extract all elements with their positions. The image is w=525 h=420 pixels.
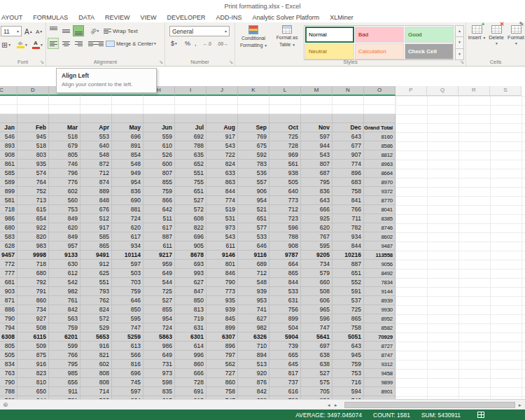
cell[interactable]: [238, 96, 270, 105]
cell[interactable]: [0, 105, 18, 114]
cell[interactable]: 773: [270, 196, 301, 205]
cell[interactable]: 598: [144, 378, 175, 387]
cell[interactable]: 9487: [364, 241, 396, 251]
ribbon-tab-ayout[interactable]: AYOUT: [1, 14, 22, 21]
cell[interactable]: 9217: [144, 251, 175, 260]
cell[interactable]: 645: [270, 360, 301, 369]
cell[interactable]: 903: [0, 287, 18, 296]
cell[interactable]: 687: [301, 169, 332, 178]
gallery-down-icon[interactable]: ▼: [455, 37, 464, 48]
cell[interactable]: 602: [80, 360, 112, 369]
cell[interactable]: 875: [18, 351, 49, 360]
cell[interactable]: [238, 105, 270, 114]
cell[interactable]: [270, 105, 301, 114]
cell[interactable]: 9146: [206, 251, 238, 260]
cell[interactable]: 766: [332, 205, 364, 214]
ribbon-tab-review[interactable]: REVIEW: [105, 14, 130, 21]
decrease-font-size-button[interactable]: A▼: [36, 26, 43, 37]
ribbon-tab-xlminer[interactable]: XLMiner: [330, 14, 354, 21]
cell[interactable]: Feb: [18, 123, 49, 132]
cell[interactable]: 712: [270, 205, 301, 214]
cell[interactable]: [0, 114, 18, 123]
insert-cells-button[interactable]: + Insert ▾: [468, 25, 486, 41]
cell[interactable]: 574: [18, 169, 49, 178]
cell[interactable]: 8492: [364, 269, 396, 278]
orientation-button[interactable]: ab▾: [87, 25, 102, 36]
cell[interactable]: 7834: [364, 278, 396, 287]
cell[interactable]: 773: [206, 287, 238, 296]
cell[interactable]: 795: [301, 178, 332, 187]
cell[interactable]: 982: [238, 323, 270, 332]
cell[interactable]: [175, 114, 206, 123]
cell[interactable]: 643: [332, 342, 364, 351]
cell-style-bad[interactable]: Bad: [355, 27, 404, 43]
ribbon-tab-view[interactable]: VIEW: [141, 14, 157, 21]
cell[interactable]: Nov: [301, 123, 332, 132]
cell[interactable]: 6201: [49, 332, 80, 342]
cell[interactable]: 908: [0, 150, 18, 160]
cell[interactable]: 822: [175, 223, 206, 232]
cell[interactable]: [112, 114, 144, 123]
cell[interactable]: 548: [80, 150, 112, 160]
cell[interactable]: 774: [332, 160, 364, 169]
scroll-left-icon[interactable]: ◂: [328, 402, 330, 408]
cell[interactable]: 594: [332, 387, 364, 396]
cell[interactable]: 543: [206, 232, 238, 241]
cell[interactable]: 9899: [364, 378, 396, 387]
cell[interactable]: 620: [49, 223, 80, 232]
cell[interactable]: 850: [175, 296, 206, 305]
cell[interactable]: 820: [18, 232, 49, 241]
scroll-right-icon[interactable]: ▸: [519, 402, 522, 408]
cell[interactable]: 8952: [364, 314, 396, 323]
cell[interactable]: 616: [270, 387, 301, 396]
cell[interactable]: 860: [206, 378, 238, 387]
cell[interactable]: [144, 105, 175, 114]
cell[interactable]: 620: [112, 223, 144, 232]
cell-style-calculation[interactable]: Calculation: [355, 43, 404, 59]
cell[interactable]: 788: [0, 387, 18, 396]
cell[interactable]: 986: [144, 342, 175, 351]
comma-style-button[interactable]: ,: [195, 40, 197, 47]
cell[interactable]: 796: [49, 169, 80, 178]
cell[interactable]: 527: [301, 369, 332, 378]
cell[interactable]: 836: [301, 187, 332, 196]
cell[interactable]: Aug: [206, 123, 238, 132]
cell[interactable]: 953: [238, 296, 270, 305]
cell[interactable]: 527: [144, 296, 175, 305]
cell[interactable]: 944: [301, 141, 332, 150]
cell[interactable]: 905: [175, 241, 206, 251]
cell[interactable]: 585: [0, 169, 18, 178]
cell[interactable]: 8664: [364, 169, 396, 178]
cell[interactable]: 899: [206, 323, 238, 332]
cell[interactable]: 925: [301, 214, 332, 223]
cell[interactable]: 747: [301, 323, 332, 332]
cell[interactable]: 509: [18, 342, 49, 351]
cell[interactable]: 790: [0, 314, 18, 323]
cell[interactable]: [80, 96, 112, 105]
column-header-Q[interactable]: Q: [427, 86, 458, 96]
cell[interactable]: 821: [80, 351, 112, 360]
cell[interactable]: 920: [238, 369, 270, 378]
column-header-M[interactable]: M: [301, 86, 332, 96]
grid-view-icon[interactable]: [477, 412, 484, 418]
cell[interactable]: 583: [0, 232, 18, 241]
cell[interactable]: 724: [112, 214, 144, 223]
cell[interactable]: 774: [206, 196, 238, 205]
cell[interactable]: 680: [0, 223, 18, 232]
cell[interactable]: 756: [270, 305, 301, 314]
cell-style-normal[interactable]: Normal: [305, 27, 354, 43]
cell[interactable]: 9491: [80, 251, 112, 260]
cell[interactable]: 591: [332, 287, 364, 296]
number-dialog-launcher-icon[interactable]: ⇘: [229, 59, 233, 64]
cell[interactable]: 676: [80, 205, 112, 214]
cell[interactable]: 769: [238, 132, 270, 141]
cell[interactable]: Jul: [175, 123, 206, 132]
cell[interactable]: 823: [18, 369, 49, 378]
decrease-decimal-button[interactable]: .00→: [217, 41, 228, 46]
cell[interactable]: 606: [301, 296, 332, 305]
cell[interactable]: Apr: [80, 123, 112, 132]
cell[interactable]: 965: [301, 305, 332, 314]
cell[interactable]: 581: [0, 196, 18, 205]
ribbon-tab-developer[interactable]: DEVELOPER: [167, 14, 206, 21]
new-sheet-icon[interactable]: ⊕: [3, 401, 8, 409]
